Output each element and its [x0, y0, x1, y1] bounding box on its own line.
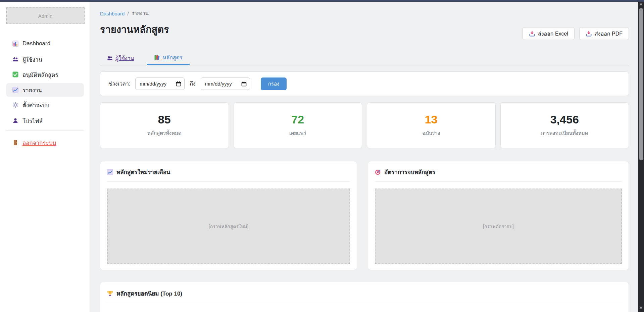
scroll-down-arrow-icon[interactable]: [639, 307, 643, 309]
stats-row: 85 หลักสูตรทั้งหมด 72 เผยแพร่ 13 ฉบับร่า…: [100, 102, 629, 148]
report-tabs: ผู้ใช้งาน หลักสูตร: [100, 51, 629, 65]
chart-title: อัตราการจบหลักสูตร: [384, 167, 435, 176]
tab-users-label: ผู้ใช้งาน: [115, 54, 134, 62]
download-tray-icon: [586, 31, 592, 37]
breadcrumb-current: รายงาน: [132, 9, 149, 17]
chart-placeholder-completion-rate: [กราฟอัตราจบ]: [375, 189, 622, 264]
chart-card-header: อัตราการจบหลักสูตร: [375, 167, 622, 176]
books-icon: [154, 54, 160, 60]
date-range-label: ช่วงเวลา:: [108, 80, 130, 88]
stat-card-total-courses: 85 หลักสูตรทั้งหมด: [100, 102, 229, 148]
dashboard-icon: [12, 41, 18, 47]
divider: [107, 303, 622, 303]
date-to-word: ถึง: [190, 80, 196, 88]
logout-link[interactable]: ออกจากระบบ: [12, 137, 56, 149]
date-from-field-wrap: [135, 77, 185, 90]
tab-users[interactable]: ผู้ใช้งาน: [107, 51, 134, 65]
top-courses-title: หลักสูตรยอดนิยม (Top 10): [116, 289, 182, 298]
scrollbar-thumb[interactable]: [639, 8, 643, 160]
stat-label: การลงทะเบียนทั้งหมด: [541, 129, 588, 137]
sidebar-item-label: ตั้งค่าระบบ: [22, 101, 49, 110]
stat-card-drafts: 13 ฉบับร่าง: [367, 102, 496, 148]
calendar-icon[interactable]: [176, 81, 182, 87]
chart-card-header: หลักสูตรใหม่รายเดือน: [107, 167, 350, 176]
sidebar-item-dashboard[interactable]: Dashboard: [6, 37, 84, 50]
stat-value: 72: [291, 114, 304, 125]
gear-icon: [12, 102, 18, 108]
users-icon: [12, 56, 18, 62]
filter-button[interactable]: กรอง: [261, 77, 287, 90]
charts-row: หลักสูตรใหม่รายเดือน [กราฟหลักสูตรใหม่] …: [100, 161, 629, 270]
stat-value: 85: [158, 114, 171, 125]
sidebar-divider: [6, 130, 84, 131]
sidebar: Admin Dashboard ผู้ใช้งาน อนุมัติหลักสูต…: [0, 2, 90, 312]
date-to-field-wrap: [201, 77, 250, 90]
vertical-scrollbar[interactable]: [638, 0, 644, 312]
scroll-up-arrow-icon[interactable]: [639, 3, 643, 5]
chart-placeholder-new-courses: [กราฟหลักสูตรใหม่]: [107, 189, 350, 264]
export-pdf-label: ส่งออก PDF: [595, 30, 623, 38]
export-buttons: ส่งออก Excel ส่งออก PDF: [523, 27, 629, 40]
profile-icon: [12, 118, 18, 124]
tab-courses-label: หลักสูตร: [163, 53, 183, 62]
top-courses-header: หลักสูตรยอดนิยม (Top 10): [107, 289, 622, 298]
divider: [107, 181, 350, 182]
page-title: รายงานหลักสูตร: [100, 22, 169, 37]
report-chart-icon: [12, 87, 18, 93]
target-icon: [375, 169, 381, 175]
stat-card-published: 72 เผยแพร่: [234, 102, 362, 148]
top-accent-bar: [0, 0, 644, 2]
sidebar-item-label: รายงาน: [22, 86, 42, 95]
breadcrumb: Dashboard / รายงาน: [100, 9, 149, 17]
divider: [375, 181, 622, 182]
sidebar-item-profile[interactable]: โปรไฟล์: [6, 114, 84, 127]
chart-card-new-courses: หลักสูตรใหม่รายเดือน [กราฟหลักสูตรใหม่]: [100, 161, 357, 270]
line-chart-icon: [107, 169, 113, 175]
stat-card-total-enrollments: 3,456 การลงทะเบียนทั้งหมด: [500, 102, 629, 148]
chart-title: หลักสูตรใหม่รายเดือน: [116, 167, 170, 176]
users-icon: [107, 55, 113, 61]
sidebar-item-label: Dashboard: [22, 40, 50, 47]
main-content: Dashboard / รายงาน รายงานหลักสูตร ส่งออก…: [90, 2, 638, 312]
stat-label: หลักสูตรทั้งหมด: [147, 129, 182, 137]
stat-label: ฉบับร่าง: [422, 129, 440, 137]
sidebar-item-settings[interactable]: ตั้งค่าระบบ: [6, 98, 84, 112]
download-tray-icon: [529, 31, 535, 37]
top-courses-card: หลักสูตรยอดนิยม (Top 10): [100, 282, 629, 312]
stat-label: เผยแพร่: [289, 129, 306, 137]
breadcrumb-home-link[interactable]: Dashboard: [100, 11, 125, 16]
sidebar-item-users[interactable]: ผู้ใช้งาน: [6, 53, 84, 66]
export-pdf-button[interactable]: ส่งออก PDF: [579, 27, 629, 40]
export-excel-label: ส่งออก Excel: [538, 30, 568, 38]
calendar-icon[interactable]: [241, 81, 247, 87]
stat-value: 3,456: [550, 114, 579, 125]
sidebar-item-label: โปรไฟล์: [22, 116, 43, 125]
sidebar-item-reports[interactable]: รายงาน: [6, 83, 84, 97]
date-filter-panel: ช่วงเวลา: ถึง กรอง: [100, 71, 629, 96]
sidebar-item-approve-courses[interactable]: อนุมัติหลักสูตร: [6, 68, 84, 81]
tab-courses[interactable]: หลักสูตร: [147, 51, 190, 65]
breadcrumb-separator: /: [127, 11, 129, 16]
approve-check-icon: [12, 71, 18, 77]
export-excel-button[interactable]: ส่งออก Excel: [523, 27, 575, 40]
sidebar-item-label: ผู้ใช้งาน: [22, 55, 42, 64]
chart-card-completion-rate: อัตราการจบหลักสูตร [กราฟอัตราจบ]: [368, 161, 629, 270]
sidebar-item-label: อนุมัติหลักสูตร: [22, 70, 58, 79]
app-logo: Admin: [6, 7, 85, 24]
door-logout-icon: [12, 140, 18, 146]
trophy-icon: [107, 291, 113, 297]
screen: Admin Dashboard ผู้ใช้งาน อนุมัติหลักสูต…: [0, 0, 644, 312]
logout-label: ออกจากระบบ: [22, 138, 56, 147]
stat-value: 13: [425, 114, 438, 125]
